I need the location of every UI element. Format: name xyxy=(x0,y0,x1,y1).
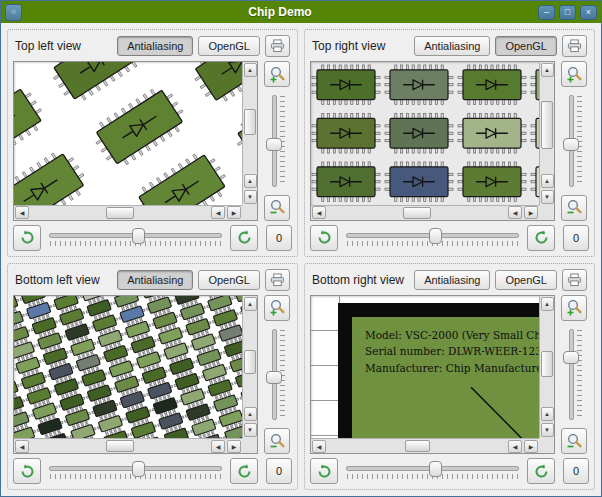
scroll-down-icon[interactable]: ▼ xyxy=(541,423,554,437)
zoom-slider-handle[interactable] xyxy=(563,351,579,364)
scroll-up-icon[interactable]: ▲ xyxy=(244,297,257,311)
graphics-view[interactable]: Model: VSC-2000 (Very Small Chip) at 9 S… xyxy=(310,295,555,455)
reset-button[interactable]: 0 xyxy=(563,225,589,251)
scrollbar-thumb[interactable] xyxy=(106,207,135,219)
rotate-slider[interactable] xyxy=(343,225,522,251)
scrollbar-thumb[interactable] xyxy=(541,351,553,377)
rotate-right-button[interactable] xyxy=(527,458,555,484)
reset-button[interactable]: 0 xyxy=(266,458,292,484)
graphics-view[interactable]: ▲ ▲ ▼ ◀ ◀ ▶ xyxy=(13,295,258,455)
zoom-out-button[interactable] xyxy=(264,195,290,221)
scroll-left-icon[interactable]: ◀ xyxy=(15,206,29,219)
scroll-right-icon[interactable]: ▶ xyxy=(524,206,538,219)
antialiasing-button[interactable]: Antialiasing xyxy=(117,270,193,290)
horizontal-scrollbar[interactable]: ◀ ◀ ▶ xyxy=(311,438,539,453)
window-menu-icon[interactable]: ○ xyxy=(5,4,22,21)
scroll-right-icon[interactable]: ▶ xyxy=(524,440,538,453)
rotate-slider-handle[interactable] xyxy=(429,461,442,477)
scroll-left-icon[interactable]: ◀ xyxy=(211,440,225,453)
horizontal-scrollbar[interactable]: ◀ ◀ ▶ xyxy=(14,438,242,453)
rotate-slider[interactable] xyxy=(46,225,225,251)
rotate-slider[interactable] xyxy=(46,458,225,484)
vertical-scrollbar[interactable]: ▲ ▲ ▼ xyxy=(539,62,554,205)
horizontal-scrollbar[interactable]: ◀ ◀ ▶ xyxy=(14,205,242,220)
antialiasing-button[interactable]: Antialiasing xyxy=(117,36,193,56)
scroll-down-icon[interactable]: ▼ xyxy=(244,190,257,204)
vertical-scrollbar[interactable]: ▲ ▲ ▼ xyxy=(539,296,554,439)
antialiasing-button[interactable]: Antialiasing xyxy=(414,270,490,290)
rotate-right-button[interactable] xyxy=(230,225,258,251)
close-button[interactable]: × xyxy=(580,5,597,20)
scroll-down-icon[interactable]: ▼ xyxy=(244,423,257,437)
zoom-slider-handle[interactable] xyxy=(266,371,282,384)
reset-button[interactable]: 0 xyxy=(563,458,589,484)
reset-button[interactable]: 0 xyxy=(266,225,292,251)
zoom-in-button[interactable] xyxy=(561,61,587,87)
scrollbar-thumb[interactable] xyxy=(403,207,432,219)
scrollbar-thumb[interactable] xyxy=(541,101,553,149)
zoom-slider[interactable] xyxy=(561,326,587,424)
zoom-out-button[interactable] xyxy=(561,195,587,221)
zoom-in-button[interactable] xyxy=(561,295,587,321)
scrollbar-thumb[interactable] xyxy=(244,109,256,135)
minimize-button[interactable]: – xyxy=(538,5,555,20)
zoom-in-button[interactable] xyxy=(264,295,290,321)
antialiasing-button[interactable]: Antialiasing xyxy=(414,36,490,56)
horizontal-scrollbar[interactable]: ◀ ◀ ▶ xyxy=(311,205,539,220)
scroll-left-icon[interactable]: ◀ xyxy=(211,206,225,219)
scroll-up-icon[interactable]: ▲ xyxy=(541,407,554,421)
opengl-button[interactable]: OpenGL xyxy=(495,270,557,290)
scroll-up-icon[interactable]: ▲ xyxy=(541,63,554,77)
zoom-slider[interactable] xyxy=(264,92,290,190)
scroll-right-icon[interactable]: ▶ xyxy=(227,206,241,219)
rotate-right-button[interactable] xyxy=(230,458,258,484)
print-button[interactable] xyxy=(265,269,290,291)
zoom-in-button[interactable] xyxy=(264,61,290,87)
opengl-button[interactable]: OpenGL xyxy=(198,270,260,290)
zoom-out-icon xyxy=(269,199,286,216)
scroll-up-icon[interactable]: ▲ xyxy=(244,63,257,77)
scrollbar-thumb[interactable] xyxy=(244,350,256,374)
scroll-left-icon[interactable]: ◀ xyxy=(312,440,326,453)
print-button[interactable] xyxy=(265,35,290,57)
rotate-left-button[interactable] xyxy=(13,225,41,251)
scroll-up-icon[interactable]: ▲ xyxy=(541,174,554,188)
maximize-button[interactable]: □ xyxy=(559,5,576,20)
zoom-slider-handle[interactable] xyxy=(563,138,579,151)
print-button[interactable] xyxy=(562,269,587,291)
zoom-slider[interactable] xyxy=(561,92,587,190)
zoom-out-button[interactable] xyxy=(561,428,587,454)
scrollbar-thumb[interactable] xyxy=(405,440,430,452)
rotate-slider-handle[interactable] xyxy=(132,461,145,477)
scroll-right-icon[interactable]: ▶ xyxy=(227,440,241,453)
rotate-right-button[interactable] xyxy=(527,225,555,251)
scroll-up-icon[interactable]: ▲ xyxy=(244,174,257,188)
rotate-slider[interactable] xyxy=(343,458,522,484)
rotate-slider-handle[interactable] xyxy=(429,228,442,244)
scrollbar-thumb[interactable] xyxy=(106,440,135,452)
scroll-up-icon[interactable]: ▲ xyxy=(244,407,257,421)
zoom-slider[interactable] xyxy=(264,326,290,424)
vertical-scrollbar[interactable]: ▲ ▲ ▼ xyxy=(242,62,257,205)
graphics-view[interactable]: ▲ ▲ ▼ ◀ ◀ ▶ xyxy=(13,61,258,221)
print-button[interactable] xyxy=(562,35,587,57)
scroll-up-icon[interactable]: ▲ xyxy=(541,297,554,311)
scroll-down-icon[interactable]: ▼ xyxy=(541,190,554,204)
rotate-left-button[interactable] xyxy=(13,458,41,484)
opengl-button[interactable]: OpenGL xyxy=(495,36,557,56)
zoom-out-button[interactable] xyxy=(264,428,290,454)
scroll-left-icon[interactable]: ◀ xyxy=(15,440,29,453)
rotate-right-icon xyxy=(533,229,550,246)
scroll-left-icon[interactable]: ◀ xyxy=(508,206,522,219)
graphics-view[interactable]: ▲ ▲ ▼ ◀ ◀ ▶ xyxy=(310,61,555,221)
scroll-left-icon[interactable]: ◀ xyxy=(312,206,326,219)
rotate-left-button[interactable] xyxy=(310,225,338,251)
titlebar[interactable]: ○ Chip Demo – □ × xyxy=(1,1,601,23)
rotate-left-button[interactable] xyxy=(310,458,338,484)
rotate-slider-handle[interactable] xyxy=(132,228,145,244)
zoom-slider-handle[interactable] xyxy=(266,138,282,151)
scroll-left-icon[interactable]: ◀ xyxy=(508,440,522,453)
chip-scene xyxy=(14,62,242,205)
vertical-scrollbar[interactable]: ▲ ▲ ▼ xyxy=(242,296,257,439)
opengl-button[interactable]: OpenGL xyxy=(198,36,260,56)
